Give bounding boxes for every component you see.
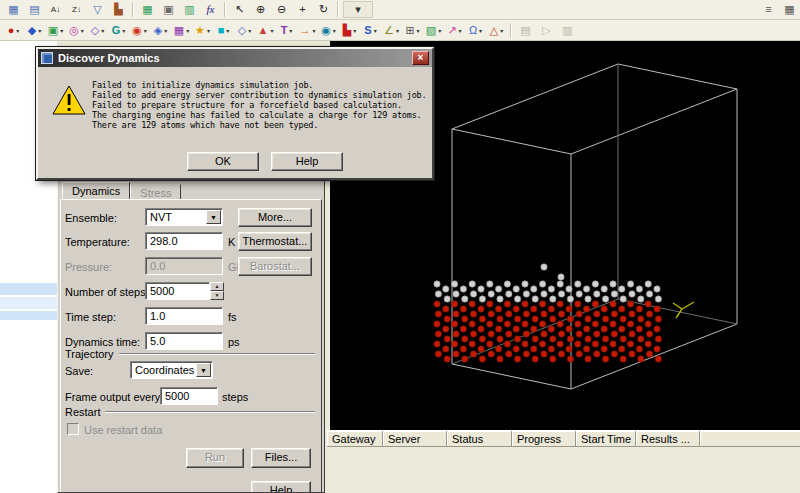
chevron-down-icon[interactable]: ▼ [196, 363, 211, 377]
dropdown-arrow-icon: ▾ [101, 27, 104, 34]
zoom-in-icon[interactable]: ⊕ [251, 1, 270, 18]
zoom-out-icon[interactable]: ⊖ [272, 1, 291, 18]
column-header-results[interactable]: Results ... [636, 431, 700, 446]
pressure-label: Pressure: [65, 261, 112, 273]
use-restart-checkbox[interactable] [67, 423, 79, 435]
lattice-icon: ▦ [174, 25, 184, 36]
bond-tool-icon[interactable]: ◆▾ [25, 22, 44, 39]
save-combobox[interactable]: Coordinates ▼ [130, 361, 213, 379]
dialog-title: Discover Dynamics [58, 52, 412, 64]
layers-icon[interactable]: ▧▾ [424, 22, 443, 39]
displace-icon[interactable]: ↗▾ [445, 22, 464, 39]
files-button[interactable]: Files... [251, 448, 311, 468]
chevron-down-icon[interactable]: ▼ [206, 210, 221, 224]
chart-red-icon[interactable]: ▙▾ [340, 22, 359, 39]
surface-icon[interactable]: ■▾ [214, 22, 233, 39]
number-of-steps-field[interactable]: 5000 [145, 282, 210, 300]
star-tool-icon[interactable]: ★▾ [193, 22, 212, 39]
ensemble-combobox[interactable]: NVT ▼ [145, 208, 223, 226]
polymer-build-icon[interactable]: ◎▾ [67, 22, 86, 39]
script-tool-icon[interactable]: S▾ [361, 22, 380, 39]
column-header-gateway[interactable]: Gateway [327, 431, 383, 446]
vector-icon[interactable]: ◇▾ [235, 22, 254, 39]
arrow-tool-icon: → [299, 25, 310, 36]
function-fx-icon[interactable]: fx [201, 1, 220, 18]
arrow-tool-icon[interactable]: →▾ [298, 22, 317, 39]
tile-view-icon[interactable]: ▦ [780, 1, 799, 18]
copy-sheet-icon[interactable]: ▣ [159, 1, 178, 18]
copy-sheet-icon: ▣ [163, 4, 173, 15]
toolbar-separator [337, 2, 339, 17]
ok-button[interactable]: OK [187, 152, 259, 171]
dropdown-arrow-icon: ▾ [16, 27, 19, 34]
steps-spinner[interactable]: ▲ ▼ [210, 282, 224, 300]
rotate-icon[interactable]: ↻ [314, 1, 333, 18]
toolbar-separator [510, 23, 512, 38]
dropdown-arrow-icon: ▾ [248, 27, 251, 34]
frame-output-field[interactable]: 5000 [160, 387, 218, 405]
pan-icon[interactable]: + [293, 1, 312, 18]
gateway-icon[interactable]: G▾ [109, 22, 128, 39]
measure-angle-icon[interactable]: ∠▾ [382, 22, 401, 39]
left-panel-row-highlight [0, 311, 57, 320]
tab-dynamics[interactable]: Dynamics [62, 182, 130, 199]
crystal-cell-icon[interactable]: ▣▾ [46, 22, 65, 39]
lattice-icon[interactable]: ▦▾ [172, 22, 191, 39]
thermostat-button[interactable]: Thermostat... [238, 232, 312, 251]
atom-tool-icon[interactable]: ●▾ [4, 22, 23, 39]
close-icon[interactable]: × [412, 51, 429, 65]
column-header-server[interactable]: Server [383, 431, 447, 446]
snap-grid-icon[interactable]: ⊞▾ [403, 22, 422, 39]
sheet-icon[interactable]: ▤ [25, 1, 44, 18]
chart-icon[interactable]: ▙ [109, 1, 128, 18]
dialog-help-button[interactable]: Help [271, 152, 343, 171]
omega-icon[interactable]: Ω▾ [466, 22, 485, 39]
cluster-icon[interactable]: ◈▾ [151, 22, 170, 39]
group-divider [105, 411, 315, 413]
sheet-green-icon[interactable]: ▦ [138, 1, 157, 18]
column-header-start-time[interactable]: Start Time [576, 431, 636, 446]
time-step-field[interactable]: 1.0 [145, 307, 223, 325]
trajectory-group-title: Trajectory [65, 348, 114, 360]
view-preset-dropdown[interactable]: ▾ [343, 1, 373, 18]
bond-tool-icon: ◆ [28, 25, 36, 36]
sort-descending-icon[interactable]: Z↓ [67, 1, 86, 18]
pan-icon: + [299, 4, 305, 15]
temperature-field[interactable]: 298.0 [145, 232, 223, 250]
sort-ascending-icon[interactable]: A↓ [46, 1, 65, 18]
grid-table-icon[interactable]: ▦ [4, 1, 23, 18]
filter-funnel-icon[interactable]: ▽ [88, 1, 107, 18]
save-label: Save: [65, 365, 93, 377]
spinner-up-icon[interactable]: ▲ [210, 282, 224, 291]
list-view-icon[interactable]: ≡ [759, 1, 778, 18]
mesocell-icon: ◇ [91, 25, 99, 36]
column-header-progress[interactable]: Progress [512, 431, 576, 446]
column-header-status[interactable]: Status [447, 431, 512, 446]
target-icon[interactable]: ◉▾ [130, 22, 149, 39]
triangle-icon[interactable]: ▲▾ [256, 22, 275, 39]
text-tool-icon[interactable]: T▾ [277, 22, 296, 39]
tab-stress[interactable]: Stress [130, 184, 181, 199]
help-button[interactable]: Help [251, 481, 311, 493]
triangle-icon: ▲ [258, 25, 269, 36]
view-eye-icon[interactable]: ◉▾ [319, 22, 338, 39]
more-button[interactable]: More... [238, 208, 312, 227]
simulation-box-wireframe [452, 64, 737, 389]
atom-spheres [434, 264, 662, 362]
job-status-table-body [327, 447, 800, 493]
dropdown-arrow-icon: ▾ [500, 27, 503, 34]
sheet-green-icon: ▦ [142, 4, 152, 15]
toolbar-separator [132, 2, 134, 17]
trajectory-group: Trajectory [65, 348, 315, 360]
table-green-icon: ▥ [184, 4, 194, 15]
application-window-icon [41, 52, 53, 64]
ensemble-label: Ensemble: [65, 212, 117, 224]
pressure-field: 0.0 [145, 257, 223, 275]
discover-dynamics-error-dialog: Discover Dynamics × Failed to initialize… [36, 47, 434, 180]
mesocell-icon[interactable]: ◇▾ [88, 22, 107, 39]
spinner-down-icon[interactable]: ▼ [210, 291, 224, 300]
delta-icon[interactable]: △▾ [487, 22, 506, 39]
select-cursor-icon[interactable]: ↖ [230, 1, 249, 18]
table-green-icon[interactable]: ▥ [180, 1, 199, 18]
dialog-titlebar[interactable]: Discover Dynamics × [38, 49, 432, 67]
